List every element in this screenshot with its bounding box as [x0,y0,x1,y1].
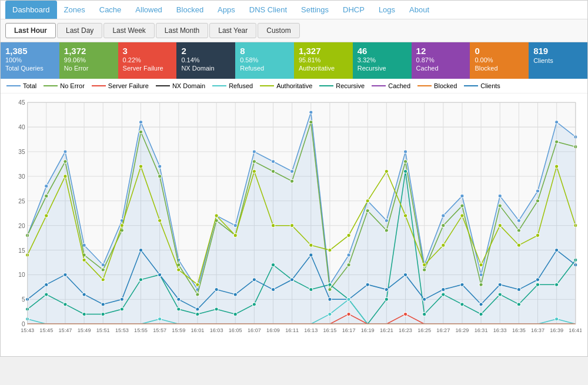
svg-point-106 [479,273,483,276]
svg-point-189 [366,199,369,203]
svg-point-213 [252,278,256,282]
svg-point-147 [120,307,123,311]
svg-text:15:55: 15:55 [134,327,148,333]
svg-point-220 [385,287,388,291]
svg-text:15:47: 15:47 [58,327,72,333]
svg-point-124 [252,160,256,163]
nav-item-dns-client[interactable]: DNS Client [242,1,294,19]
svg-point-179 [177,268,181,272]
legend-label: NX Domain [172,82,205,89]
stat-box-nx-domain: 20.14%NX Domain [176,42,235,79]
svg-point-174 [82,258,86,262]
stat-box-refused: 80.58%Refused [235,42,294,79]
legend-item-no-error: No Error [44,82,85,89]
svg-point-217 [328,297,332,301]
svg-point-190 [385,169,388,173]
time-tab-last-hour[interactable]: Last Hour [5,23,56,38]
time-tab-last-year[interactable]: Last Year [209,23,256,38]
stat-label: Total Queries [5,64,55,72]
nav-item-logs[interactable]: Logs [372,1,402,19]
svg-text:15:59: 15:59 [172,327,185,333]
time-tab-custom[interactable]: Custom [258,23,299,38]
stats-row: 1,385100%Total Queries1,37299.06%No Erro… [1,42,587,79]
svg-text:15:53: 15:53 [115,327,129,333]
svg-point-153 [233,312,237,316]
svg-point-166 [498,293,502,296]
svg-point-198 [536,233,539,237]
svg-point-152 [215,307,218,311]
stat-number: 1,385 [5,46,55,56]
svg-point-205 [101,303,105,306]
svg-text:10: 10 [18,272,25,278]
nav-item-zones[interactable]: Zones [57,1,92,19]
nav-item-dashboard[interactable]: Dashboard [5,1,57,19]
svg-point-138 [517,229,520,232]
legend-item-refused: Refused [212,82,253,89]
svg-point-224 [460,283,464,286]
time-tab-last-day[interactable]: Last Day [57,23,102,38]
svg-text:16:11: 16:11 [285,327,299,333]
legend-item-nx-domain: NX Domain [156,82,205,89]
stat-pct: 0.00% [475,56,524,64]
chart-area: 05101520253035404515:4315:4515:4715:4915… [1,93,587,356]
legend-color [417,85,432,86]
svg-point-192 [423,263,426,267]
nav-item-blocked[interactable]: Blocked [169,1,211,19]
legend-color [464,85,478,86]
svg-point-154 [252,303,256,306]
svg-point-109 [536,189,539,193]
svg-point-97 [309,111,313,114]
nav-item-cache[interactable]: Cache [92,1,129,19]
svg-point-178 [158,219,162,222]
stat-pct: 0.14% [181,56,230,64]
svg-text:16:15: 16:15 [323,327,336,333]
svg-point-93 [233,224,237,227]
svg-point-227 [517,287,520,291]
svg-text:16:41: 16:41 [569,327,582,333]
svg-text:16:17: 16:17 [342,327,356,333]
legend-color [92,85,106,86]
svg-point-234 [347,297,350,301]
stat-box-authoritative: 1,32795.81%Authoritative [294,42,353,79]
svg-text:16:13: 16:13 [304,327,318,333]
stat-number: 2 [181,46,230,56]
svg-point-175 [101,278,105,282]
svg-point-129 [347,263,350,267]
nav-item-dhcp[interactable]: DHCP [336,1,372,19]
legend-color [319,85,333,86]
stat-pct: 99.06% [64,56,113,64]
stat-pct: 95.81% [299,56,348,64]
nav-item-settings[interactable]: Settings [294,1,336,19]
svg-text:16:23: 16:23 [399,327,412,333]
svg-point-184 [271,224,275,227]
svg-text:16:21: 16:21 [380,327,393,333]
svg-text:15:49: 15:49 [78,327,91,333]
svg-point-83 [45,185,48,188]
svg-text:16:03: 16:03 [210,327,223,333]
time-tab-last-month[interactable]: Last Month [156,23,208,38]
stat-pct: 100% [5,56,55,64]
svg-point-187 [328,248,332,252]
stat-box-no-error: 1,37299.06%No Error [59,42,118,79]
svg-text:40: 40 [18,124,25,130]
legend-item-total: Total [6,82,36,89]
svg-text:16:25: 16:25 [417,327,431,333]
svg-point-128 [328,287,332,291]
svg-text:16:37: 16:37 [531,327,544,333]
svg-point-161 [403,169,407,173]
svg-point-172 [45,214,48,217]
svg-text:16:33: 16:33 [493,327,507,333]
svg-point-119 [158,175,162,178]
stat-box-recursive: 463.32%Recursive [353,42,412,79]
nav-item-allowed[interactable]: Allowed [128,1,169,19]
svg-point-151 [196,312,199,316]
nav-item-about[interactable]: About [402,1,436,19]
svg-point-186 [309,243,313,247]
nav-item-apps[interactable]: Apps [211,1,242,19]
svg-point-199 [555,165,559,168]
time-tab-last-week[interactable]: Last Week [103,23,154,38]
svg-point-233 [328,312,332,316]
stat-label: NX Domain [181,64,230,72]
svg-point-134 [442,224,445,227]
stat-number: 1,372 [64,46,113,56]
